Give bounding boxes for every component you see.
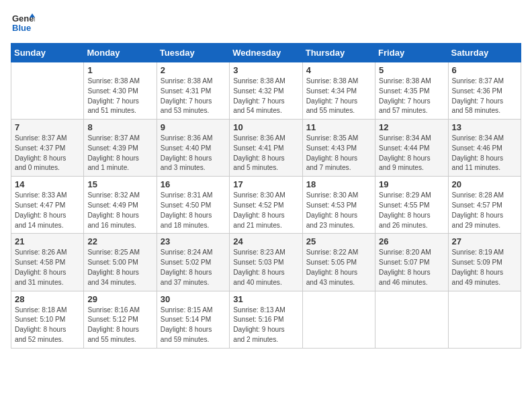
day-number: 3 [233, 65, 298, 75]
calendar-cell: 4Sunrise: 8:38 AMSunset: 4:34 PMDaylight… [302, 62, 375, 120]
day-number: 20 [452, 179, 517, 189]
day-number: 18 [306, 179, 371, 189]
weekday-header-sunday: Sunday [11, 44, 84, 62]
calendar-cell: 14Sunrise: 8:33 AMSunset: 4:47 PMDayligh… [11, 177, 84, 234]
day-number: 15 [87, 179, 152, 189]
calendar-cell: 1Sunrise: 8:38 AMSunset: 4:30 PMDaylight… [84, 62, 157, 120]
day-info: Sunrise: 8:36 AMSunset: 4:41 PMDaylight:… [233, 134, 298, 173]
calendar-cell: 25Sunrise: 8:22 AMSunset: 5:05 PMDayligh… [302, 234, 375, 291]
day-number: 2 [161, 65, 226, 75]
day-number: 16 [161, 179, 226, 189]
day-number: 22 [87, 236, 152, 246]
day-number: 24 [233, 236, 298, 246]
day-info: Sunrise: 8:30 AMSunset: 4:52 PMDaylight:… [233, 191, 298, 230]
calendar-cell: 12Sunrise: 8:34 AMSunset: 4:44 PMDayligh… [375, 120, 448, 177]
weekday-header-tuesday: Tuesday [157, 44, 229, 62]
week-row-3: 14Sunrise: 8:33 AMSunset: 4:47 PMDayligh… [11, 177, 521, 234]
day-info: Sunrise: 8:35 AMSunset: 4:43 PMDaylight:… [306, 134, 371, 173]
day-info: Sunrise: 8:36 AMSunset: 4:40 PMDaylight:… [161, 134, 226, 173]
calendar-cell: 6Sunrise: 8:37 AMSunset: 4:36 PMDaylight… [448, 62, 521, 120]
day-number: 19 [379, 179, 444, 189]
calendar-cell: 5Sunrise: 8:38 AMSunset: 4:35 PMDaylight… [375, 62, 448, 120]
day-number: 31 [233, 294, 298, 304]
day-info: Sunrise: 8:38 AMSunset: 4:30 PMDaylight:… [87, 77, 152, 116]
day-info: Sunrise: 8:29 AMSunset: 4:55 PMDaylight:… [379, 191, 444, 230]
day-info: Sunrise: 8:30 AMSunset: 4:53 PMDaylight:… [306, 191, 371, 230]
day-info: Sunrise: 8:38 AMSunset: 4:34 PMDaylight:… [306, 77, 371, 116]
logo-icon: General Blue [11, 11, 35, 35]
weekday-header-thursday: Thursday [302, 44, 375, 62]
day-number: 10 [233, 122, 298, 132]
day-info: Sunrise: 8:20 AMSunset: 5:07 PMDaylight:… [379, 248, 444, 287]
day-info: Sunrise: 8:31 AMSunset: 4:50 PMDaylight:… [161, 191, 226, 230]
svg-text:Blue: Blue [12, 23, 31, 33]
calendar-cell: 9Sunrise: 8:36 AMSunset: 4:40 PMDaylight… [157, 120, 229, 177]
day-number: 1 [87, 65, 152, 75]
calendar-cell: 13Sunrise: 8:34 AMSunset: 4:46 PMDayligh… [448, 120, 521, 177]
calendar-cell: 26Sunrise: 8:20 AMSunset: 5:07 PMDayligh… [375, 234, 448, 291]
weekday-header-monday: Monday [84, 44, 157, 62]
day-number: 23 [161, 236, 226, 246]
day-info: Sunrise: 8:32 AMSunset: 4:49 PMDaylight:… [87, 191, 152, 230]
day-number: 4 [306, 65, 371, 75]
page-header: General Blue [11, 11, 521, 35]
day-info: Sunrise: 8:38 AMSunset: 4:32 PMDaylight:… [233, 77, 298, 116]
day-info: Sunrise: 8:28 AMSunset: 4:57 PMDaylight:… [452, 191, 517, 230]
day-info: Sunrise: 8:25 AMSunset: 5:00 PMDaylight:… [87, 248, 152, 287]
day-info: Sunrise: 8:24 AMSunset: 5:02 PMDaylight:… [161, 248, 226, 287]
calendar-cell [302, 291, 375, 348]
calendar-cell: 28Sunrise: 8:18 AMSunset: 5:10 PMDayligh… [11, 291, 84, 348]
day-number: 25 [306, 236, 371, 246]
calendar-cell: 8Sunrise: 8:37 AMSunset: 4:39 PMDaylight… [84, 120, 157, 177]
day-number: 11 [306, 122, 371, 132]
day-info: Sunrise: 8:37 AMSunset: 4:39 PMDaylight:… [87, 134, 152, 173]
day-number: 14 [15, 179, 80, 189]
day-info: Sunrise: 8:37 AMSunset: 4:36 PMDaylight:… [452, 77, 517, 116]
calendar-cell [11, 62, 84, 120]
calendar-cell: 19Sunrise: 8:29 AMSunset: 4:55 PMDayligh… [375, 177, 448, 234]
day-info: Sunrise: 8:37 AMSunset: 4:37 PMDaylight:… [15, 134, 80, 173]
week-row-5: 28Sunrise: 8:18 AMSunset: 5:10 PMDayligh… [11, 291, 521, 348]
calendar-cell: 27Sunrise: 8:19 AMSunset: 5:09 PMDayligh… [448, 234, 521, 291]
day-number: 12 [379, 122, 444, 132]
week-row-2: 7Sunrise: 8:37 AMSunset: 4:37 PMDaylight… [11, 120, 521, 177]
day-number: 30 [161, 294, 226, 304]
weekday-header-saturday: Saturday [448, 44, 521, 62]
day-info: Sunrise: 8:16 AMSunset: 5:12 PMDaylight:… [87, 306, 152, 345]
calendar-cell: 7Sunrise: 8:37 AMSunset: 4:37 PMDaylight… [11, 120, 84, 177]
calendar-cell: 17Sunrise: 8:30 AMSunset: 4:52 PMDayligh… [230, 177, 302, 234]
calendar-cell: 29Sunrise: 8:16 AMSunset: 5:12 PMDayligh… [84, 291, 157, 348]
week-row-4: 21Sunrise: 8:26 AMSunset: 4:58 PMDayligh… [11, 234, 521, 291]
day-number: 17 [233, 179, 298, 189]
day-info: Sunrise: 8:38 AMSunset: 4:31 PMDaylight:… [161, 77, 226, 116]
calendar-cell: 15Sunrise: 8:32 AMSunset: 4:49 PMDayligh… [84, 177, 157, 234]
day-number: 6 [452, 65, 517, 75]
weekday-header-wednesday: Wednesday [230, 44, 302, 62]
calendar-cell [375, 291, 448, 348]
calendar-cell: 10Sunrise: 8:36 AMSunset: 4:41 PMDayligh… [230, 120, 302, 177]
calendar-cell: 20Sunrise: 8:28 AMSunset: 4:57 PMDayligh… [448, 177, 521, 234]
day-number: 8 [87, 122, 152, 132]
logo: General Blue [11, 11, 35, 35]
calendar-cell: 21Sunrise: 8:26 AMSunset: 4:58 PMDayligh… [11, 234, 84, 291]
weekday-header-friday: Friday [375, 44, 448, 62]
day-info: Sunrise: 8:18 AMSunset: 5:10 PMDaylight:… [15, 306, 80, 345]
day-info: Sunrise: 8:19 AMSunset: 5:09 PMDaylight:… [452, 248, 517, 287]
calendar-cell: 22Sunrise: 8:25 AMSunset: 5:00 PMDayligh… [84, 234, 157, 291]
day-number: 29 [87, 294, 152, 304]
calendar-cell: 11Sunrise: 8:35 AMSunset: 4:43 PMDayligh… [302, 120, 375, 177]
day-number: 9 [161, 122, 226, 132]
calendar-cell: 31Sunrise: 8:13 AMSunset: 5:16 PMDayligh… [230, 291, 302, 348]
calendar-cell: 30Sunrise: 8:15 AMSunset: 5:14 PMDayligh… [157, 291, 229, 348]
calendar-cell: 24Sunrise: 8:23 AMSunset: 5:03 PMDayligh… [230, 234, 302, 291]
calendar-cell: 16Sunrise: 8:31 AMSunset: 4:50 PMDayligh… [157, 177, 229, 234]
calendar-cell: 23Sunrise: 8:24 AMSunset: 5:02 PMDayligh… [157, 234, 229, 291]
day-info: Sunrise: 8:34 AMSunset: 4:46 PMDaylight:… [452, 134, 517, 173]
day-info: Sunrise: 8:22 AMSunset: 5:05 PMDaylight:… [306, 248, 371, 287]
day-info: Sunrise: 8:34 AMSunset: 4:44 PMDaylight:… [379, 134, 444, 173]
day-number: 28 [15, 294, 80, 304]
day-number: 7 [15, 122, 80, 132]
day-number: 21 [15, 236, 80, 246]
day-info: Sunrise: 8:23 AMSunset: 5:03 PMDaylight:… [233, 248, 298, 287]
calendar-cell: 3Sunrise: 8:38 AMSunset: 4:32 PMDaylight… [230, 62, 302, 120]
